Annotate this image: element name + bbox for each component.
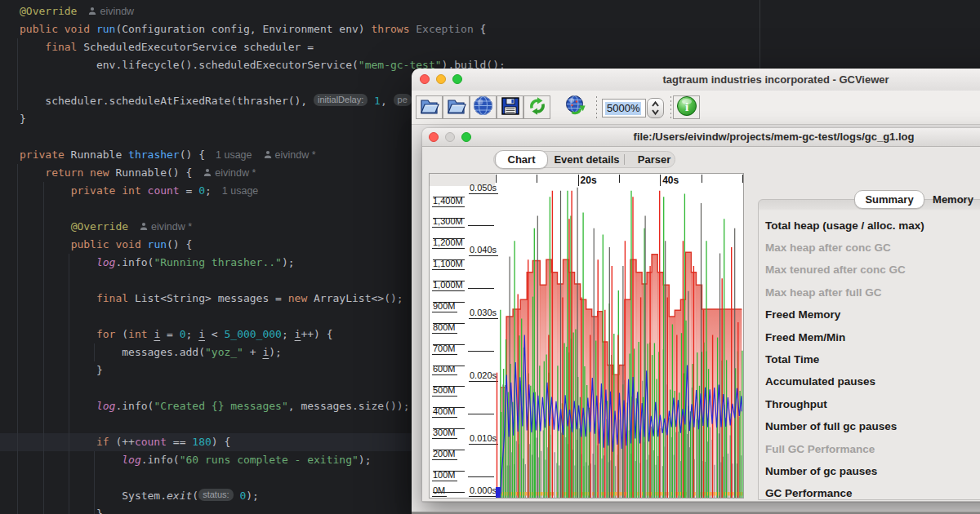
zoom-input[interactable]: 5000% <box>602 99 646 117</box>
code-line[interactable]: return new Runnable() {eivindw * <box>20 164 256 182</box>
zoom-stepper[interactable] <box>647 98 664 118</box>
window-title: tagtraum industries incorporated - GCVie… <box>412 69 980 91</box>
pause-ruler-label: 0.010s <box>469 433 498 445</box>
tab-event-details[interactable]: Event details <box>540 153 634 166</box>
code-line[interactable]: } <box>20 110 26 128</box>
zoom-value: 5000% <box>605 102 641 115</box>
memory-ruler-label: 400M <box>432 406 457 418</box>
log-document-window[interactable]: file:/Users/eivindw/projects/mem-gc-test… <box>422 128 980 502</box>
code-line[interactable]: log.info("60 runs complete - exiting"); <box>20 451 372 469</box>
tab-parser[interactable]: Parser <box>630 153 678 166</box>
gc-chart-panel[interactable]: 20s40s1,400M1,300M1,200M1,100M1,000M900M… <box>429 173 744 498</box>
open-url-button[interactable] <box>470 95 497 119</box>
refresh-button[interactable] <box>523 95 550 119</box>
pause-ruler-label: 0.040s <box>469 245 498 256</box>
pause-ruler-minor-tick <box>468 351 494 352</box>
memory-ruler-minor-tick <box>433 259 465 260</box>
open-file-icon <box>419 96 440 119</box>
memory-ruler-minor-tick <box>433 344 465 345</box>
memory-ruler-label: 0M <box>432 485 447 497</box>
code-line[interactable]: final ScheduledExecutorService scheduler… <box>20 38 314 56</box>
summary-row: Number of full gc pauses <box>765 419 897 434</box>
screen: @Overrideeivindwpublic void run(Configur… <box>0 0 980 514</box>
code-line[interactable]: public void run() { <box>20 236 192 254</box>
parameter-hint: status: <box>198 489 233 501</box>
summary-row: Freed Memory <box>765 308 840 322</box>
summary-row: Freed Mem/Min <box>765 330 845 345</box>
summary-row: Number of gc pauses <box>765 464 877 479</box>
svg-text:i: i <box>684 100 688 113</box>
code-line[interactable]: log.info("Running thrasher.."); <box>20 254 295 272</box>
open-file-button[interactable] <box>416 95 443 119</box>
code-line[interactable]: System.exit(status: 0); <box>20 487 259 505</box>
memory-ruler-label: 900M <box>432 301 457 312</box>
author-inlay-hint[interactable]: eivindw * <box>203 167 256 179</box>
pause-ruler-minor-tick <box>468 288 494 289</box>
about-button[interactable]: i <box>673 95 700 119</box>
pause-ruler-minor-tick <box>468 414 494 414</box>
add-file-icon <box>446 96 467 119</box>
summary-row: Total Time <box>765 352 819 367</box>
gc-chart-plot[interactable] <box>496 174 743 498</box>
code-line[interactable]: } <box>20 505 103 514</box>
pause-ruler-label: 0.030s <box>469 308 498 319</box>
summary-row: GC Performance <box>765 486 853 501</box>
usage-inlay-hint[interactable]: 1 usage <box>216 149 252 161</box>
tab-summary[interactable]: Summary <box>854 190 924 209</box>
code-line[interactable]: } <box>20 361 103 379</box>
export-button[interactable] <box>497 95 523 119</box>
pause-ruler-label: 0.050s <box>469 183 498 194</box>
code-line[interactable]: @Overrideeivindw <box>20 2 134 20</box>
toolbar: 5000% i <box>412 91 980 125</box>
memory-ruler-label: 1,400M <box>432 196 465 207</box>
code-line[interactable]: final List<String> messages = new ArrayL… <box>20 290 403 308</box>
summary-row: Max heap after conc GC <box>765 241 891 255</box>
memory-ruler-minor-tick <box>433 323 465 324</box>
summary-row: Full GC Performance <box>765 442 875 457</box>
add-file-button[interactable] <box>443 95 470 119</box>
memory-ruler-minor-tick <box>433 386 465 387</box>
code-line[interactable]: private Runnable thrasher() {1 usageeivi… <box>20 146 316 164</box>
summary-row: Total heap (usage / alloc. max) <box>765 219 924 233</box>
code-line[interactable]: scheduler.scheduleAtFixedRate(thrasher()… <box>20 92 412 110</box>
memory-ruler-label: 1,000M <box>432 280 465 291</box>
summary-panel: Total heap (usage / alloc. max)Max heap … <box>758 199 980 501</box>
memory-ruler-minor-tick <box>433 407 465 408</box>
pause-ruler-label: 0.020s <box>469 370 498 382</box>
memory-ruler-label: 700M <box>432 343 457 355</box>
summary-row: Max heap after full GC <box>765 286 882 300</box>
author-inlay-hint[interactable]: eivindw <box>88 6 134 17</box>
code-line[interactable]: log.info("Created {} messages", messages… <box>20 397 409 415</box>
usage-inlay-hint[interactable]: 1 usage <box>222 185 258 197</box>
summary-row: Accumulated pauses <box>765 374 875 389</box>
author-inlay-hint[interactable]: eivindw * <box>264 149 316 161</box>
indent-guide <box>17 164 18 514</box>
doc-titlebar[interactable]: file:/Users/eivindw/projects/mem-gc-test… <box>422 128 980 147</box>
author-inlay-hint[interactable]: eivindw * <box>140 221 192 233</box>
watch-icon <box>564 95 586 120</box>
gcviewer-titlebar[interactable]: tagtraum industries incorporated - GCVie… <box>412 69 980 91</box>
memory-ruler-label: 500M <box>432 385 457 397</box>
memory-ruler-minor-tick <box>433 218 465 219</box>
indent-guide <box>17 38 18 110</box>
refresh-icon <box>527 95 548 120</box>
gcviewer-window[interactable]: tagtraum industries incorporated - GCVie… <box>412 69 980 514</box>
globe-icon <box>473 95 493 119</box>
code-line[interactable]: public void run(Configuration config, En… <box>20 20 486 38</box>
save-icon <box>501 96 520 119</box>
memory-ruler-minor-tick <box>433 281 465 281</box>
code-line[interactable]: for (int i = 0; i < 5_000_000; i++) { <box>20 326 333 343</box>
info-icon: i <box>676 95 697 120</box>
parameter-hint: initialDelay: <box>314 94 368 106</box>
tab-memory[interactable]: Memory <box>926 193 980 206</box>
pause-ruler-minor-tick <box>468 225 494 226</box>
watch-button[interactable] <box>562 95 589 119</box>
code-line[interactable]: messages.add("yoz_" + i); <box>20 343 282 361</box>
code-line[interactable]: private int count = 0;1 usage <box>20 182 258 200</box>
code-line[interactable]: if (++count == 180) { <box>20 433 230 451</box>
zoom-spinner: 5000% <box>602 99 664 117</box>
code-line[interactable]: @Overrideeivindw * <box>20 218 192 236</box>
pause-ruler-label: 0.000s <box>469 485 498 497</box>
toolbar-separator <box>596 96 598 119</box>
doc-window-title: file:/Users/eivindw/projects/mem-gc-test… <box>422 128 980 146</box>
